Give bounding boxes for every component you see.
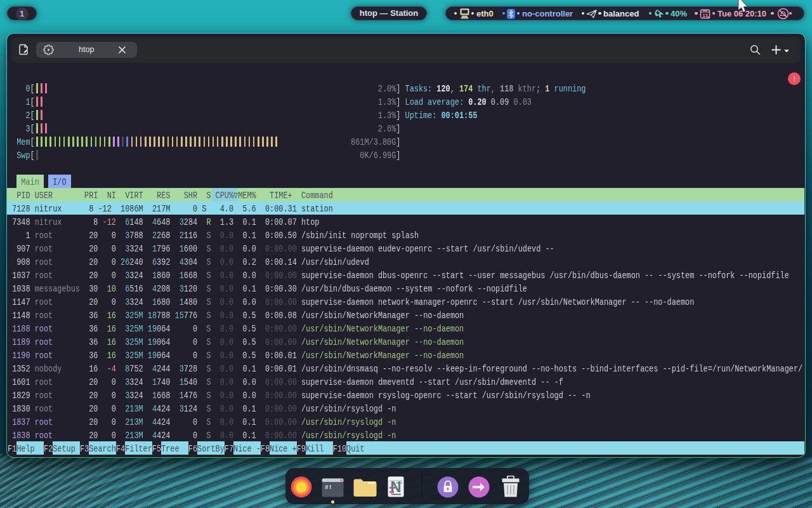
svg-text:#!: #!: [325, 484, 332, 491]
svg-text:N: N: [390, 478, 401, 495]
svg-text:17: 17: [703, 13, 708, 17]
